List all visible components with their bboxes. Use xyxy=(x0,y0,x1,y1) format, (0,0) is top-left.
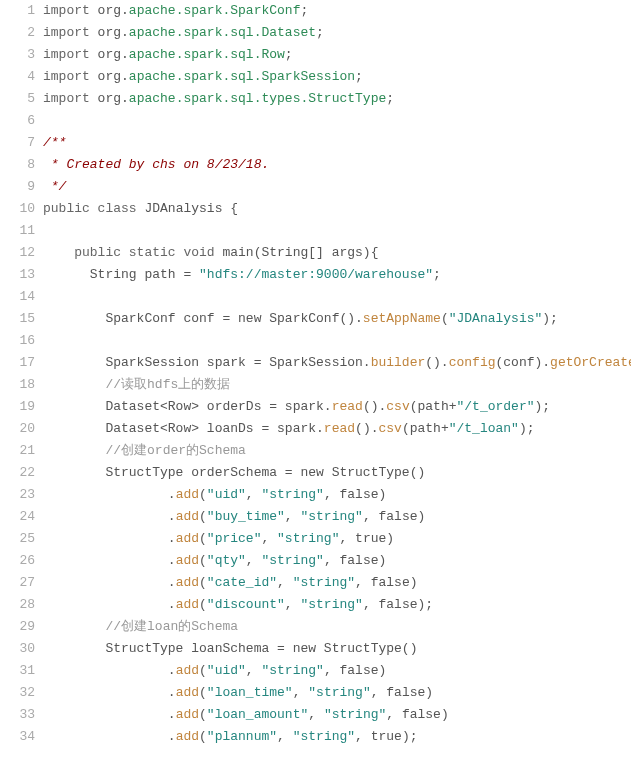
code-content[interactable]: import org.apache.spark.SparkConf;import… xyxy=(43,0,631,748)
code-line[interactable]: .add("price", "string", true) xyxy=(43,528,631,550)
token-mth: add xyxy=(176,729,199,744)
token-kw: import xyxy=(43,69,98,84)
code-line[interactable]: //创建loan的Schema xyxy=(43,616,631,638)
code-line[interactable]: Dataset<Row> orderDs = spark.read().csv(… xyxy=(43,396,631,418)
token-sym: , xyxy=(285,597,301,612)
code-line[interactable]: .add("plannum", "string", true); xyxy=(43,726,631,748)
token-pkg: apache.spark.sql.Row xyxy=(129,47,285,62)
line-number: 25 xyxy=(0,528,35,550)
code-line[interactable]: .add("buy_time", "string", false) xyxy=(43,506,631,528)
token-sym: (path+ xyxy=(402,421,449,436)
line-number: 19 xyxy=(0,396,35,418)
code-line[interactable]: //创建order的Schema xyxy=(43,440,631,462)
token-sym: . xyxy=(43,509,176,524)
token-sym: . xyxy=(43,487,176,502)
code-line[interactable]: import org.apache.spark.sql.Row; xyxy=(43,44,631,66)
token-pkg: apache.spark.sql.Dataset xyxy=(129,25,316,40)
token-sym: . xyxy=(43,663,176,678)
token-str: "qty" xyxy=(207,553,246,568)
token-str: "string" xyxy=(308,685,370,700)
token-doc: /** xyxy=(43,135,66,150)
line-number: 20 xyxy=(0,418,35,440)
token-mth: csv xyxy=(378,421,401,436)
token-sym: ( xyxy=(199,729,207,744)
code-line[interactable]: .add("uid", "string", false) xyxy=(43,660,631,682)
token-str: "uid" xyxy=(207,487,246,502)
code-line[interactable]: public static void main(String[] args){ xyxy=(43,242,631,264)
line-number: 22 xyxy=(0,462,35,484)
token-sym: , xyxy=(277,575,293,590)
code-line[interactable]: SparkConf conf = new SparkConf().setAppN… xyxy=(43,308,631,330)
code-line[interactable]: import org.apache.spark.SparkConf; xyxy=(43,0,631,22)
token-sym: (). xyxy=(425,355,448,370)
code-line[interactable]: .add("loan_amount", "string", false) xyxy=(43,704,631,726)
token-sym: ( xyxy=(441,311,449,326)
token-sym: JDAnalysis xyxy=(144,201,230,216)
token-sym: , xyxy=(261,531,277,546)
code-line[interactable] xyxy=(43,110,631,132)
code-line[interactable] xyxy=(43,220,631,242)
code-line[interactable]: SparkSession spark = SparkSession.builde… xyxy=(43,352,631,374)
code-line[interactable]: StructType loanSchema = new StructType() xyxy=(43,638,631,660)
code-line[interactable]: * Created by chs on 8/23/18. xyxy=(43,154,631,176)
token-sym: ( xyxy=(199,553,207,568)
line-number: 16 xyxy=(0,330,35,352)
token-mth: add xyxy=(176,597,199,612)
token-sym: String path = xyxy=(43,267,199,282)
token-sym: ( xyxy=(199,663,207,678)
token-str: "string" xyxy=(261,663,323,678)
code-line[interactable]: import org.apache.spark.sql.types.Struct… xyxy=(43,88,631,110)
code-line[interactable]: String path = "hdfs://master:9000/wareho… xyxy=(43,264,631,286)
token-str: "plannum" xyxy=(207,729,277,744)
token-sym: (). xyxy=(355,421,378,436)
token-str: "string" xyxy=(324,707,386,722)
line-number: 23 xyxy=(0,484,35,506)
token-sym: . xyxy=(121,3,129,18)
code-line[interactable]: .add("discount", "string", false); xyxy=(43,594,631,616)
token-sym: org xyxy=(98,91,121,106)
code-line[interactable]: .add("qty", "string", false) xyxy=(43,550,631,572)
token-str: "loan_time" xyxy=(207,685,293,700)
code-line[interactable]: */ xyxy=(43,176,631,198)
code-line[interactable] xyxy=(43,330,631,352)
code-line[interactable]: public class JDAnalysis { xyxy=(43,198,631,220)
code-line[interactable]: //读取hdfs上的数据 xyxy=(43,374,631,396)
token-mth: add xyxy=(176,531,199,546)
token-sym: . xyxy=(121,91,129,106)
code-line[interactable]: .add("loan_time", "string", false) xyxy=(43,682,631,704)
code-block: 1234567891011121314151617181920212223242… xyxy=(0,0,631,748)
token-sym: ( xyxy=(199,597,207,612)
code-line[interactable]: .add("uid", "string", false) xyxy=(43,484,631,506)
line-number: 1 xyxy=(0,0,35,22)
token-sym: (String[] args){ xyxy=(254,245,379,260)
token-sym: , false) xyxy=(386,707,448,722)
token-str: "string" xyxy=(261,487,323,502)
line-number: 27 xyxy=(0,572,35,594)
token-sym: ( xyxy=(199,487,207,502)
line-number: 32 xyxy=(0,682,35,704)
token-sym: SparkConf conf = new SparkConf(). xyxy=(43,311,363,326)
token-sym: , xyxy=(246,553,262,568)
token-sym: , false) xyxy=(371,685,433,700)
code-line[interactable]: import org.apache.spark.sql.Dataset; xyxy=(43,22,631,44)
token-mth: read xyxy=(324,421,355,436)
token-kw: public class xyxy=(43,201,144,216)
token-sym: org xyxy=(98,47,121,62)
token-pkg: apache.spark.SparkConf xyxy=(129,3,301,18)
token-sym: ( xyxy=(199,509,207,524)
token-sym: ; xyxy=(285,47,293,62)
token-str: "string" xyxy=(293,575,355,590)
code-line[interactable]: /** xyxy=(43,132,631,154)
token-mth: config xyxy=(449,355,496,370)
code-line[interactable]: .add("cate_id", "string", false) xyxy=(43,572,631,594)
line-number: 29 xyxy=(0,616,35,638)
code-line[interactable] xyxy=(43,286,631,308)
token-doc: * Created by chs on 8/23/18. xyxy=(43,157,269,172)
token-mth: add xyxy=(176,553,199,568)
code-line[interactable]: Dataset<Row> loanDs = spark.read().csv(p… xyxy=(43,418,631,440)
token-sym: , xyxy=(246,487,262,502)
token-str: "/t_loan" xyxy=(449,421,519,436)
code-line[interactable]: import org.apache.spark.sql.SparkSession… xyxy=(43,66,631,88)
code-line[interactable]: StructType orderSchema = new StructType(… xyxy=(43,462,631,484)
token-sym xyxy=(43,619,105,634)
